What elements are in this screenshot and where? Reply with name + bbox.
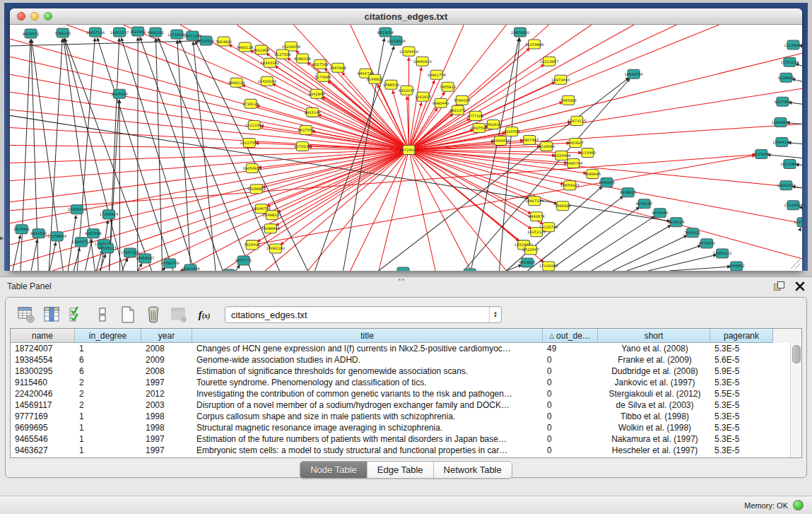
- graph-node[interactable]: 8186328: [294, 54, 310, 63]
- graph-node[interactable]: 7955812: [440, 82, 456, 91]
- graph-node[interactable]: 13942757: [72, 238, 90, 247]
- column-header-pagerank[interactable]: pagerank: [710, 329, 773, 343]
- table-row[interactable]: 1872400712008Changes of HCN gene express…: [11, 343, 791, 354]
- graph-node[interactable]: 16154808: [525, 40, 543, 49]
- graph-node[interactable]: 3024554: [503, 127, 520, 136]
- create-column-button[interactable]: [117, 304, 139, 325]
- graph-node[interactable]: 18437146: [86, 28, 105, 37]
- graph-node[interactable]: 2522547: [523, 245, 539, 255]
- graph-node[interactable]: 17016504: [784, 201, 802, 210]
- graph-node[interactable]: 10653237: [110, 28, 129, 37]
- graph-node[interactable]: 9474444: [652, 209, 669, 218]
- table-row[interactable]: 1830029562008Estimation of significance …: [11, 366, 791, 377]
- graph-node[interactable]: 8590450: [220, 269, 237, 271]
- graph-node[interactable]: 7462616: [485, 119, 501, 129]
- graph-node[interactable]: 1640954: [599, 178, 616, 187]
- graph-node[interactable]: 9457771: [235, 256, 252, 265]
- graph-node[interactable]: 9777169: [467, 111, 483, 120]
- network-window[interactable]: citations_edges.txt 84055723769140184371…: [10, 8, 802, 271]
- graph-node[interactable]: 10807487: [520, 135, 539, 144]
- close-panel-icon[interactable]: [795, 281, 805, 291]
- graph-node[interactable]: 9227343: [775, 97, 791, 106]
- graph-node[interactable]: 7515526: [198, 36, 214, 45]
- graph-node[interactable]: 20876820: [511, 28, 529, 37]
- graph-node[interactable]: 5794024: [454, 95, 471, 105]
- column-header-short[interactable]: short: [598, 329, 710, 343]
- graph-node[interactable]: 19654923: [560, 181, 579, 190]
- graph-node[interactable]: 20364456: [491, 136, 510, 145]
- graph-node[interactable]: 8813054: [377, 28, 394, 37]
- graph-node[interactable]: 9840674: [529, 212, 546, 221]
- table-row[interactable]: 946554611997Estimation of the future num…: [11, 433, 791, 445]
- tab-edge-table[interactable]: Edge Table: [367, 462, 434, 478]
- graph-node[interactable]: 1954117: [395, 267, 411, 271]
- graph-node[interactable]: 9170031: [294, 141, 310, 151]
- graph-node[interactable]: 12973115: [567, 116, 586, 125]
- graph-node[interactable]: 23325419: [399, 47, 418, 56]
- graph-node[interactable]: 10654112: [713, 249, 731, 258]
- graph-node[interactable]: 9127508: [274, 49, 290, 59]
- graph-node[interactable]: 1527602: [130, 27, 146, 36]
- graph-node[interactable]: 9990443: [433, 98, 449, 107]
- graph-node[interactable]: 6466160: [148, 28, 164, 37]
- delete-column-button[interactable]: [143, 304, 164, 325]
- graph-node[interactable]: 2935114: [668, 218, 685, 227]
- tab-network-table[interactable]: Network Table: [434, 462, 512, 478]
- graph-node[interactable]: 9821072: [449, 105, 466, 115]
- scrollbar-thumb[interactable]: [792, 345, 801, 363]
- splitter-handle[interactable]: [399, 279, 406, 281]
- graph-node[interactable]: 16782759: [160, 259, 179, 268]
- graph-node[interactable]: 2718126: [242, 99, 259, 108]
- graph-node[interactable]: 12444135: [772, 137, 791, 146]
- graph-node[interactable]: 7632621: [684, 228, 700, 238]
- tab-node-table[interactable]: Node Table: [300, 462, 367, 478]
- table-row[interactable]: 1456911722003Disruption of a novel membe…: [11, 399, 791, 411]
- graph-node[interactable]: 11675330: [794, 218, 802, 227]
- graph-node[interactable]: 17334265: [539, 262, 558, 271]
- table-settings-button[interactable]: [16, 304, 37, 325]
- graph-node[interactable]: 16648784: [624, 69, 643, 78]
- graph-node[interactable]: 9660128: [237, 42, 253, 52]
- graph-node[interactable]: 9242844: [308, 89, 325, 98]
- network-canvas[interactable]: 8405572376914018437146106532371527602646…: [10, 25, 802, 271]
- window-titlebar[interactable]: citations_edges.txt: [10, 8, 802, 25]
- graph-node[interactable]: 1162615: [415, 92, 431, 101]
- column-header-out_de[interactable]: △out_de…: [543, 329, 598, 343]
- graph-node[interactable]: 7625402: [244, 240, 260, 250]
- graph-node[interactable]: 3769140: [54, 28, 71, 37]
- graph-node[interactable]: 7485063: [560, 95, 577, 105]
- graph-node[interactable]: 9115460: [579, 148, 596, 158]
- graph-node[interactable]: 8427552: [298, 125, 314, 134]
- graph-node[interactable]: 2867608: [330, 63, 346, 72]
- graph-node[interactable]: 9146821: [367, 74, 383, 83]
- graph-node[interactable]: 1535061: [13, 225, 30, 234]
- graph-node[interactable]: 2803144: [304, 107, 321, 117]
- graph-node[interactable]: 6322037: [399, 86, 415, 95]
- table-row[interactable]: 1938455462009Genome-wide association stu…: [11, 354, 791, 366]
- table-row[interactable]: 969969511998Structural magnetic resonanc…: [11, 422, 791, 433]
- graph-node[interactable]: 10958107: [136, 254, 154, 263]
- graph-node[interactable]: 15692971: [777, 181, 795, 190]
- graph-node[interactable]: 9413814: [519, 258, 536, 267]
- graph-node[interactable]: 12923448: [181, 264, 199, 271]
- graph-node[interactable]: 9896128: [228, 78, 245, 87]
- zoom-window-icon[interactable]: [44, 12, 52, 21]
- column-header-year[interactable]: year: [141, 329, 192, 343]
- network-svg[interactable]: 8405572376914018437146106532371527602646…: [10, 25, 802, 271]
- show-columns-button[interactable]: [41, 304, 62, 325]
- graph-node[interactable]: 12093872: [771, 117, 789, 127]
- delete-table-button[interactable]: [168, 304, 189, 325]
- graph-node[interactable]: 8912954: [253, 45, 270, 54]
- graph-node[interactable]: 17359924: [100, 210, 119, 219]
- graph-node[interactable]: 6679187: [636, 199, 652, 209]
- graph-node[interactable]: 16640910: [413, 57, 431, 66]
- table-selector-dropdown[interactable]: citations_edges.txt ▲▼: [225, 306, 502, 323]
- function-builder-button[interactable]: f(x): [194, 304, 215, 325]
- table-row[interactable]: 977716911998Corpus callosum shape and si…: [11, 411, 791, 422]
- graph-node[interactable]: 9245013: [461, 269, 478, 271]
- graph-node[interactable]: 8405572: [23, 29, 39, 38]
- graph-node[interactable]: 8938923: [620, 188, 636, 197]
- graph-node[interactable]: 9245652: [729, 262, 745, 271]
- column-header-in_degree[interactable]: in_degree: [75, 329, 141, 343]
- graph-node[interactable]: 9327508: [312, 59, 328, 69]
